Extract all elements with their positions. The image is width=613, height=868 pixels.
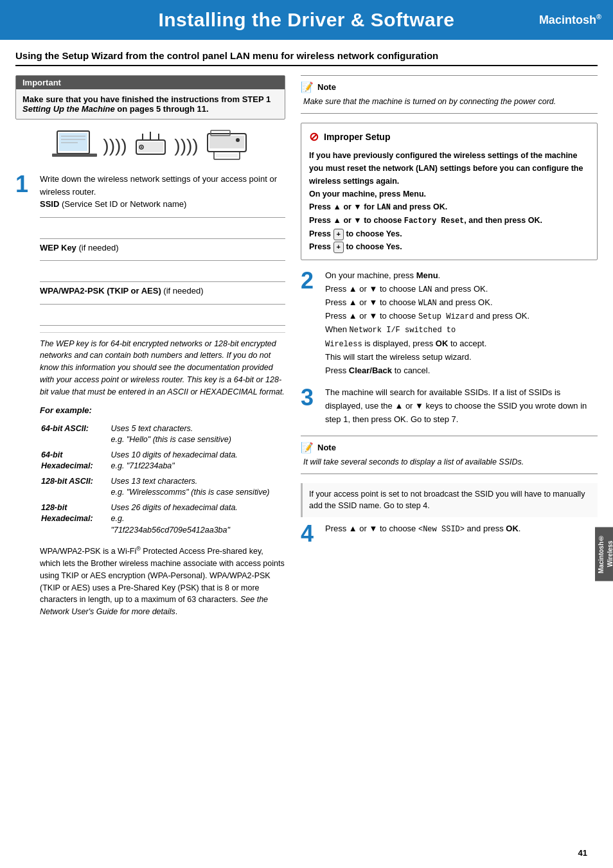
note-icon-2: 📝 bbox=[301, 441, 314, 454]
wep-label: WEP Key (if needed) bbox=[40, 242, 285, 254]
section-heading: Using the Setup Wizard from the control … bbox=[15, 50, 598, 66]
example-table: 64-bit ASCII: Uses 5 text characters.e.g… bbox=[40, 421, 285, 539]
example-desc-4: Uses 26 digits of hexadecimal data.e.g."… bbox=[111, 501, 285, 538]
wireless-signal-right: )))) bbox=[173, 134, 199, 159]
important-box: Important Make sure that you have finish… bbox=[15, 75, 285, 120]
step-4: 4 Press ▲ or ▼ to choose <New SSID> and … bbox=[301, 522, 598, 545]
svg-point-13 bbox=[140, 146, 141, 148]
example-row-3: 128-bit ASCII: Uses 13 text characters.e… bbox=[41, 475, 284, 500]
step-1-content: Write down the wireless network settings… bbox=[40, 173, 285, 618]
wpa-label: WPA/WPA2-PSK (TKIP or AES) (if needed) bbox=[40, 285, 285, 297]
example-row-2: 64-bitHexadecimal: Uses 10 digits of hex… bbox=[41, 448, 284, 474]
svg-text:)))): )))) bbox=[174, 136, 198, 155]
improper-icon: ⊘ bbox=[309, 130, 319, 144]
svg-point-19 bbox=[236, 138, 240, 142]
ssid-field-line bbox=[40, 216, 285, 218]
svg-text:)))): )))) bbox=[103, 136, 127, 155]
step-2-number: 2 bbox=[301, 269, 319, 292]
note-2-header: 📝 Note bbox=[301, 441, 598, 454]
side-tab-wireless: Wireless bbox=[607, 541, 613, 567]
important-body: Make sure that you have finished the ins… bbox=[16, 89, 285, 119]
no-broadcast-note: If your access point is set to not broad… bbox=[301, 483, 598, 518]
example-desc-2: Uses 10 digits of hexadecimal data.e.g. … bbox=[111, 448, 285, 474]
step-2-content: On your machine, press Menu. Press ▲ or … bbox=[325, 269, 598, 377]
note-2-box: 📝 Note It will take several seconds to d… bbox=[301, 436, 598, 474]
side-tab-macintosh: Macintosh® bbox=[598, 535, 605, 573]
step-1-number: 1 bbox=[15, 173, 33, 196]
left-column: Important Make sure that you have finish… bbox=[15, 75, 285, 626]
step-3: 3 The machine will search for available … bbox=[301, 386, 598, 426]
page-title: Installing the Driver & Software bbox=[158, 9, 454, 30]
svg-rect-18 bbox=[216, 154, 238, 157]
signal-icon-left: )))) bbox=[102, 134, 128, 159]
device-image-area: )))) )))) bbox=[15, 128, 285, 164]
step-2: 2 On your machine, press Menu. Press ▲ o… bbox=[301, 269, 598, 377]
step-3-content: The machine will search for available SS… bbox=[325, 386, 598, 426]
signal-icon-right: )))) bbox=[173, 134, 199, 159]
improper-setup-box: ⊘ Improper Setup If you have previously … bbox=[301, 123, 598, 260]
important-label: Important bbox=[16, 76, 285, 89]
note-1-box: 📝 Note Make sure that the machine is tur… bbox=[301, 75, 598, 114]
example-row-4: 128-bitHexadecimal: Uses 26 digits of he… bbox=[41, 501, 284, 538]
for-example-section: For example: 64-bit ASCII: Uses 5 text c… bbox=[40, 404, 285, 538]
laptop-icon bbox=[52, 128, 97, 164]
side-tab: Macintosh® Wireless Network bbox=[595, 527, 613, 581]
wep-field-line bbox=[40, 259, 285, 261]
right-column: 📝 Note Make sure that the machine is tur… bbox=[301, 75, 598, 626]
example-type-2: 64-bitHexadecimal: bbox=[41, 448, 110, 474]
page-header: Installing the Driver & Software Macinto… bbox=[0, 0, 613, 40]
wireless-signal-left: )))) bbox=[102, 134, 128, 159]
example-type-1: 64-bit ASCII: bbox=[41, 422, 110, 447]
macintosh-label: Macintosh® bbox=[539, 13, 601, 27]
step-4-number: 4 bbox=[301, 522, 319, 545]
step-4-content: Press ▲ or ▼ to choose <New SSID> and pr… bbox=[325, 522, 598, 536]
wpa-field-line bbox=[40, 303, 285, 305]
page-number: 41 bbox=[578, 848, 587, 858]
wep-italic-note: The WEP key is for 64-bit encrypted netw… bbox=[40, 332, 285, 398]
example-type-4: 128-bitHexadecimal: bbox=[41, 501, 110, 538]
printer-icon bbox=[204, 128, 249, 164]
note-2-body: It will take several seconds to display … bbox=[301, 456, 598, 468]
example-type-3: 128-bit ASCII: bbox=[41, 475, 110, 500]
improper-header: ⊘ Improper Setup bbox=[309, 130, 589, 144]
step-1: 1 Write down the wireless network settin… bbox=[15, 173, 285, 618]
svg-rect-2 bbox=[52, 154, 97, 157]
improper-body: If you have previously configured the wi… bbox=[309, 149, 589, 253]
svg-rect-1 bbox=[59, 133, 87, 151]
note-icon-1: 📝 bbox=[301, 81, 314, 93]
note-1-body: Make sure that the machine is turned on … bbox=[301, 96, 598, 108]
wpa-field-line2 bbox=[40, 324, 285, 326]
note-1-header: 📝 Note bbox=[301, 81, 598, 93]
wpa-note: WPA/WPA2-PSK is a Wi-Fi® Protected Acces… bbox=[40, 545, 285, 618]
step-3-number: 3 bbox=[301, 386, 319, 409]
wep-field-line2 bbox=[40, 280, 285, 282]
main-content: Using the Setup Wizard from the control … bbox=[0, 40, 613, 636]
example-desc-1: Uses 5 text characters.e.g. "Hello" (thi… bbox=[111, 422, 285, 447]
two-column-layout: Important Make sure that you have finish… bbox=[15, 75, 598, 626]
router-icon bbox=[133, 128, 168, 164]
svg-rect-16 bbox=[209, 136, 244, 148]
example-row-1: 64-bit ASCII: Uses 5 text characters.e.g… bbox=[41, 422, 284, 447]
ssid-field-line2 bbox=[40, 237, 285, 239]
example-desc-3: Uses 13 text characters.e.g. "Wirelessco… bbox=[111, 475, 285, 500]
